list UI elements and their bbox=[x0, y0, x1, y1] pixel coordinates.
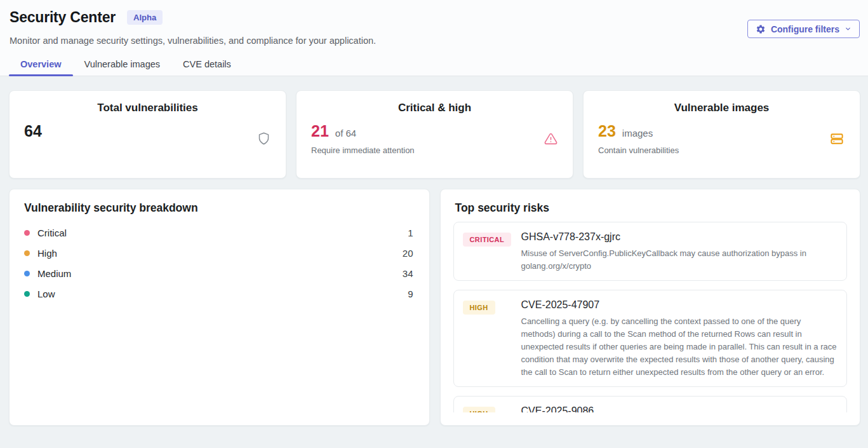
risk-card-ghsa-v778-237x-gjrc[interactable]: CRITICALGHSA-v778-237x-gjrcMisuse of Ser… bbox=[453, 222, 848, 281]
severity-count: 34 bbox=[403, 268, 413, 279]
images-stack-icon bbox=[829, 132, 845, 146]
stats-row: Total vulnerabilities64Critical & high21… bbox=[9, 90, 860, 179]
stat-value-row: 64 bbox=[24, 122, 42, 140]
shield-icon bbox=[257, 132, 270, 146]
risk-card-cve-2025-47907[interactable]: HIGHCVE-2025-47907Cancelling a query (e.… bbox=[453, 290, 848, 387]
content-area: Total vulnerabilities64Critical & high21… bbox=[0, 76, 868, 426]
alpha-badge: Alpha bbox=[127, 10, 163, 25]
risk-card-cve-2025-9086[interactable]: HIGHCVE-2025-9086 bbox=[453, 396, 848, 412]
stat-value-suffix: of 64 bbox=[335, 128, 356, 139]
stat-subtext bbox=[24, 146, 42, 155]
tab-cve-details[interactable]: CVE details bbox=[171, 59, 243, 76]
severity-count: 1 bbox=[408, 227, 413, 238]
stat-subtext: Require immediate attention bbox=[311, 146, 415, 155]
configure-filters-button[interactable]: Configure filters bbox=[747, 20, 860, 38]
stat-value: 21 bbox=[311, 122, 329, 140]
stat-card-body: 23imagesContain vulnerabilities bbox=[584, 114, 860, 155]
top-security-risks-panel: Top security risks CRITICALGHSA-v778-237… bbox=[440, 189, 861, 426]
configure-filters-label: Configure filters bbox=[771, 24, 839, 34]
breakdown-row-high: High20 bbox=[24, 243, 413, 263]
warning-triangle-icon bbox=[544, 132, 558, 146]
stat-card-title: Total vulnerabilities bbox=[10, 102, 286, 114]
breakdown-row-low: Low9 bbox=[24, 283, 413, 304]
tab-overview[interactable]: Overview bbox=[9, 59, 73, 76]
stat-subtext: Contain vulnerabilities bbox=[598, 146, 679, 155]
severity-label: Critical bbox=[37, 227, 67, 238]
risk-content: GHSA-v778-237x-gjrcMisuse of ServerConfi… bbox=[521, 230, 838, 273]
risk-description: Cancelling a query (e.g. by cancelling t… bbox=[521, 315, 838, 379]
stat-value-row: 21of 64 bbox=[311, 122, 415, 140]
severity-badge: HIGH bbox=[463, 407, 495, 412]
stat-card-total-vulnerabilities: Total vulnerabilities64 bbox=[9, 90, 286, 179]
stat-value-row: 23images bbox=[598, 122, 679, 140]
risk-description: Misuse of ServerConfig.PublicKeyCallback… bbox=[521, 247, 838, 273]
breakdown-row-critical: Critical1 bbox=[24, 222, 413, 243]
risk-id: GHSA-v778-237x-gjrc bbox=[521, 231, 838, 243]
chevron-down-icon bbox=[845, 25, 851, 32]
severity-badge: CRITICAL bbox=[463, 233, 512, 247]
tab-bar: OverviewVulnerable imagesCVE details bbox=[9, 59, 860, 76]
stat-card-vulnerable-images: Vulnerable images23imagesContain vulnera… bbox=[583, 90, 860, 179]
risk-id: CVE-2025-47907 bbox=[521, 299, 838, 311]
severity-count: 9 bbox=[408, 288, 413, 299]
gear-icon bbox=[756, 24, 766, 34]
page-title: Security Center bbox=[10, 9, 116, 26]
breakdown-row-medium: Medium34 bbox=[24, 263, 413, 283]
breakdown-panel-title: Vulnerability security breakdown bbox=[10, 189, 429, 215]
stat-card-text: 64 bbox=[24, 122, 42, 155]
stat-card-title: Critical & high bbox=[297, 102, 573, 114]
severity-badge: HIGH bbox=[463, 301, 495, 315]
risk-content: CVE-2025-47907Cancelling a query (e.g. b… bbox=[521, 298, 838, 379]
severity-label: Medium bbox=[37, 268, 71, 279]
breakdown-list: Critical1High20Medium34Low9 bbox=[10, 215, 429, 304]
stat-card-body: 21of 64Require immediate attention bbox=[297, 114, 573, 155]
stat-card-critical-high: Critical & high21of 64Require immediate … bbox=[296, 90, 573, 179]
severity-dot bbox=[24, 250, 30, 256]
severity-count: 20 bbox=[403, 248, 413, 259]
stat-card-text: 23imagesContain vulnerabilities bbox=[598, 122, 679, 155]
page-subtitle: Monitor and manage security settings, vu… bbox=[10, 36, 860, 46]
stat-card-body: 64 bbox=[10, 114, 286, 155]
stat-value: 23 bbox=[598, 122, 616, 140]
severity-label: Low bbox=[37, 288, 55, 299]
risk-id: CVE-2025-9086 bbox=[521, 405, 838, 412]
severity-dot bbox=[24, 291, 30, 297]
severity-label: High bbox=[37, 248, 57, 259]
stat-card-text: 21of 64Require immediate attention bbox=[311, 122, 415, 155]
severity-dot bbox=[24, 230, 30, 236]
top-risks-panel-title: Top security risks bbox=[441, 189, 860, 215]
tab-vulnerable-images[interactable]: Vulnerable images bbox=[73, 59, 172, 76]
panels-row: Vulnerability security breakdown Critica… bbox=[9, 189, 860, 426]
risk-content: CVE-2025-9086 bbox=[521, 404, 838, 412]
stat-card-title: Vulnerable images bbox=[584, 102, 860, 114]
vulnerability-breakdown-panel: Vulnerability security breakdown Critica… bbox=[9, 189, 430, 426]
page-header: Security Center Alpha Configure filters … bbox=[0, 0, 868, 76]
risk-list: CRITICALGHSA-v778-237x-gjrcMisuse of Ser… bbox=[453, 222, 848, 412]
severity-dot bbox=[24, 271, 30, 276]
stat-value: 64 bbox=[24, 122, 42, 140]
stat-value-suffix: images bbox=[622, 128, 653, 139]
